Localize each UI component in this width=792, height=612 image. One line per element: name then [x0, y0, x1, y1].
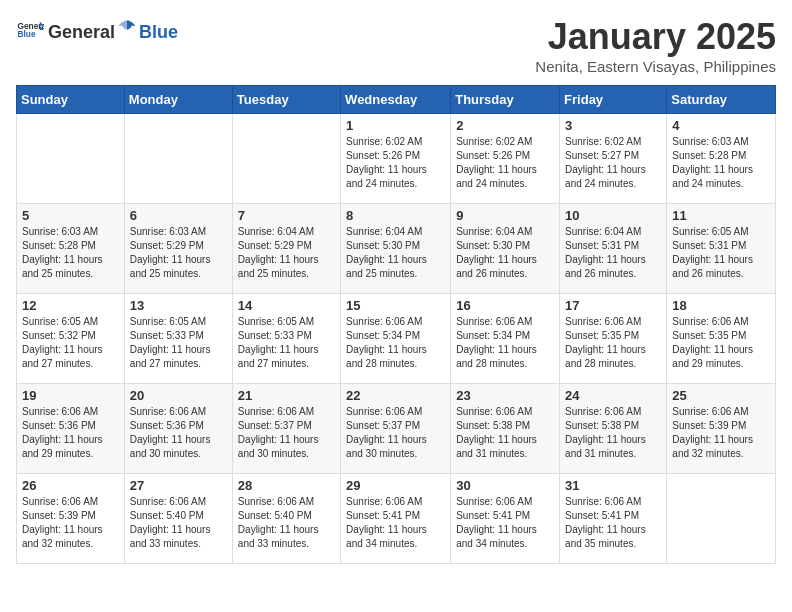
calendar-cell: 30Sunrise: 6:06 AMSunset: 5:41 PMDayligh…	[451, 474, 560, 564]
calendar-cell	[232, 114, 340, 204]
day-number: 15	[346, 298, 445, 313]
logo-bird-icon	[117, 18, 137, 38]
day-number: 1	[346, 118, 445, 133]
weekday-header-tuesday: Tuesday	[232, 86, 340, 114]
cell-content: Sunrise: 6:02 AMSunset: 5:27 PMDaylight:…	[565, 135, 661, 191]
cell-content: Sunrise: 6:06 AMSunset: 5:36 PMDaylight:…	[22, 405, 119, 461]
calendar-cell: 4Sunrise: 6:03 AMSunset: 5:28 PMDaylight…	[667, 114, 776, 204]
cell-content: Sunrise: 6:06 AMSunset: 5:35 PMDaylight:…	[565, 315, 661, 371]
calendar-cell: 6Sunrise: 6:03 AMSunset: 5:29 PMDaylight…	[124, 204, 232, 294]
day-number: 2	[456, 118, 554, 133]
weekday-header-row: SundayMondayTuesdayWednesdayThursdayFrid…	[17, 86, 776, 114]
calendar-cell: 25Sunrise: 6:06 AMSunset: 5:39 PMDayligh…	[667, 384, 776, 474]
logo: General Blue General Blue	[16, 16, 178, 44]
day-number: 7	[238, 208, 335, 223]
cell-content: Sunrise: 6:06 AMSunset: 5:37 PMDaylight:…	[238, 405, 335, 461]
calendar-week-row: 26Sunrise: 6:06 AMSunset: 5:39 PMDayligh…	[17, 474, 776, 564]
calendar-cell: 16Sunrise: 6:06 AMSunset: 5:34 PMDayligh…	[451, 294, 560, 384]
cell-content: Sunrise: 6:06 AMSunset: 5:39 PMDaylight:…	[22, 495, 119, 551]
calendar-cell: 15Sunrise: 6:06 AMSunset: 5:34 PMDayligh…	[341, 294, 451, 384]
calendar-week-row: 1Sunrise: 6:02 AMSunset: 5:26 PMDaylight…	[17, 114, 776, 204]
cell-content: Sunrise: 6:04 AMSunset: 5:29 PMDaylight:…	[238, 225, 335, 281]
calendar-cell: 31Sunrise: 6:06 AMSunset: 5:41 PMDayligh…	[560, 474, 667, 564]
day-number: 31	[565, 478, 661, 493]
calendar-week-row: 12Sunrise: 6:05 AMSunset: 5:32 PMDayligh…	[17, 294, 776, 384]
day-number: 5	[22, 208, 119, 223]
calendar-cell: 11Sunrise: 6:05 AMSunset: 5:31 PMDayligh…	[667, 204, 776, 294]
day-number: 18	[672, 298, 770, 313]
calendar-cell: 20Sunrise: 6:06 AMSunset: 5:36 PMDayligh…	[124, 384, 232, 474]
day-number: 19	[22, 388, 119, 403]
weekday-header-wednesday: Wednesday	[341, 86, 451, 114]
day-number: 22	[346, 388, 445, 403]
calendar-cell: 29Sunrise: 6:06 AMSunset: 5:41 PMDayligh…	[341, 474, 451, 564]
cell-content: Sunrise: 6:02 AMSunset: 5:26 PMDaylight:…	[456, 135, 554, 191]
calendar-cell: 28Sunrise: 6:06 AMSunset: 5:40 PMDayligh…	[232, 474, 340, 564]
cell-content: Sunrise: 6:06 AMSunset: 5:39 PMDaylight:…	[672, 405, 770, 461]
cell-content: Sunrise: 6:06 AMSunset: 5:41 PMDaylight:…	[456, 495, 554, 551]
day-number: 21	[238, 388, 335, 403]
day-number: 24	[565, 388, 661, 403]
day-number: 10	[565, 208, 661, 223]
weekday-header-friday: Friday	[560, 86, 667, 114]
calendar-cell: 19Sunrise: 6:06 AMSunset: 5:36 PMDayligh…	[17, 384, 125, 474]
calendar-cell: 7Sunrise: 6:04 AMSunset: 5:29 PMDaylight…	[232, 204, 340, 294]
cell-content: Sunrise: 6:03 AMSunset: 5:28 PMDaylight:…	[672, 135, 770, 191]
cell-content: Sunrise: 6:06 AMSunset: 5:40 PMDaylight:…	[130, 495, 227, 551]
cell-content: Sunrise: 6:06 AMSunset: 5:37 PMDaylight:…	[346, 405, 445, 461]
calendar-cell: 18Sunrise: 6:06 AMSunset: 5:35 PMDayligh…	[667, 294, 776, 384]
location-title: Nenita, Eastern Visayas, Philippines	[535, 58, 776, 75]
calendar-cell	[124, 114, 232, 204]
calendar-cell: 9Sunrise: 6:04 AMSunset: 5:30 PMDaylight…	[451, 204, 560, 294]
cell-content: Sunrise: 6:03 AMSunset: 5:28 PMDaylight:…	[22, 225, 119, 281]
calendar-week-row: 19Sunrise: 6:06 AMSunset: 5:36 PMDayligh…	[17, 384, 776, 474]
day-number: 26	[22, 478, 119, 493]
cell-content: Sunrise: 6:04 AMSunset: 5:30 PMDaylight:…	[346, 225, 445, 281]
day-number: 8	[346, 208, 445, 223]
cell-content: Sunrise: 6:06 AMSunset: 5:38 PMDaylight:…	[456, 405, 554, 461]
weekday-header-saturday: Saturday	[667, 86, 776, 114]
day-number: 23	[456, 388, 554, 403]
calendar-cell: 21Sunrise: 6:06 AMSunset: 5:37 PMDayligh…	[232, 384, 340, 474]
day-number: 3	[565, 118, 661, 133]
calendar-cell: 1Sunrise: 6:02 AMSunset: 5:26 PMDaylight…	[341, 114, 451, 204]
day-number: 9	[456, 208, 554, 223]
day-number: 4	[672, 118, 770, 133]
cell-content: Sunrise: 6:06 AMSunset: 5:34 PMDaylight:…	[456, 315, 554, 371]
day-number: 16	[456, 298, 554, 313]
weekday-header-thursday: Thursday	[451, 86, 560, 114]
calendar-table: SundayMondayTuesdayWednesdayThursdayFrid…	[16, 85, 776, 564]
calendar-cell: 12Sunrise: 6:05 AMSunset: 5:32 PMDayligh…	[17, 294, 125, 384]
calendar-cell: 17Sunrise: 6:06 AMSunset: 5:35 PMDayligh…	[560, 294, 667, 384]
cell-content: Sunrise: 6:06 AMSunset: 5:34 PMDaylight:…	[346, 315, 445, 371]
cell-content: Sunrise: 6:05 AMSunset: 5:33 PMDaylight:…	[130, 315, 227, 371]
logo-icon: General Blue	[16, 16, 44, 44]
calendar-cell: 14Sunrise: 6:05 AMSunset: 5:33 PMDayligh…	[232, 294, 340, 384]
weekday-header-monday: Monday	[124, 86, 232, 114]
day-number: 14	[238, 298, 335, 313]
cell-content: Sunrise: 6:05 AMSunset: 5:33 PMDaylight:…	[238, 315, 335, 371]
day-number: 30	[456, 478, 554, 493]
day-number: 27	[130, 478, 227, 493]
day-number: 29	[346, 478, 445, 493]
day-number: 20	[130, 388, 227, 403]
cell-content: Sunrise: 6:04 AMSunset: 5:30 PMDaylight:…	[456, 225, 554, 281]
day-number: 25	[672, 388, 770, 403]
calendar-cell: 2Sunrise: 6:02 AMSunset: 5:26 PMDaylight…	[451, 114, 560, 204]
day-number: 12	[22, 298, 119, 313]
cell-content: Sunrise: 6:06 AMSunset: 5:40 PMDaylight:…	[238, 495, 335, 551]
logo-blue: Blue	[139, 22, 178, 43]
weekday-header-sunday: Sunday	[17, 86, 125, 114]
cell-content: Sunrise: 6:03 AMSunset: 5:29 PMDaylight:…	[130, 225, 227, 281]
calendar-week-row: 5Sunrise: 6:03 AMSunset: 5:28 PMDaylight…	[17, 204, 776, 294]
day-number: 13	[130, 298, 227, 313]
cell-content: Sunrise: 6:06 AMSunset: 5:36 PMDaylight:…	[130, 405, 227, 461]
logo-general: General	[48, 22, 115, 43]
calendar-cell: 22Sunrise: 6:06 AMSunset: 5:37 PMDayligh…	[341, 384, 451, 474]
cell-content: Sunrise: 6:04 AMSunset: 5:31 PMDaylight:…	[565, 225, 661, 281]
header: General Blue General Blue January 2025 N…	[16, 16, 776, 75]
day-number: 17	[565, 298, 661, 313]
svg-text:Blue: Blue	[17, 29, 35, 39]
calendar-cell	[17, 114, 125, 204]
calendar-cell: 8Sunrise: 6:04 AMSunset: 5:30 PMDaylight…	[341, 204, 451, 294]
